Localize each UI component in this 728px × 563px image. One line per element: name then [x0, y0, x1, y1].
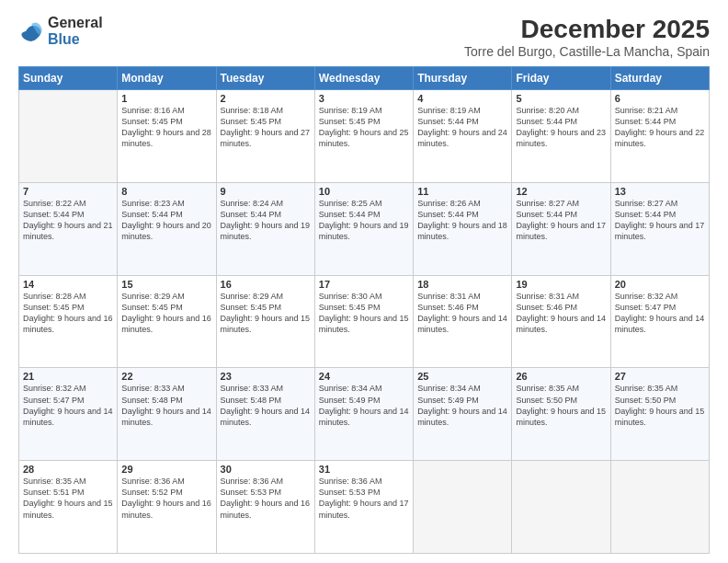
logo-general: General	[48, 15, 103, 31]
calendar-cell: 28Sunrise: 8:35 AMSunset: 5:51 PMDayligh…	[19, 461, 118, 554]
calendar-week-row: 28Sunrise: 8:35 AMSunset: 5:51 PMDayligh…	[19, 461, 710, 554]
calendar-cell: 4Sunrise: 8:19 AMSunset: 5:44 PMDaylight…	[414, 90, 512, 183]
calendar-week-row: 21Sunrise: 8:32 AMSunset: 5:47 PMDayligh…	[19, 368, 710, 461]
day-info: Sunrise: 8:30 AMSunset: 5:45 PMDaylight:…	[319, 291, 409, 336]
calendar-cell: 25Sunrise: 8:34 AMSunset: 5:49 PMDayligh…	[414, 368, 512, 461]
page-title: December 2025	[464, 15, 710, 44]
day-number: 3	[319, 93, 409, 104]
logo-blue: Blue	[48, 31, 103, 48]
day-number: 25	[417, 371, 507, 382]
logo-icon	[18, 18, 44, 44]
calendar-cell: 6Sunrise: 8:21 AMSunset: 5:44 PMDaylight…	[610, 90, 709, 183]
day-number: 24	[319, 371, 409, 382]
day-number: 30	[221, 464, 311, 475]
day-info: Sunrise: 8:22 AMSunset: 5:44 PMDaylight:…	[23, 198, 113, 243]
calendar-day-header: Saturday	[610, 67, 709, 90]
day-number: 26	[516, 371, 606, 382]
calendar-cell: 14Sunrise: 8:28 AMSunset: 5:45 PMDayligh…	[19, 275, 118, 368]
calendar-cell: 20Sunrise: 8:32 AMSunset: 5:47 PMDayligh…	[610, 275, 709, 368]
calendar-cell: 15Sunrise: 8:29 AMSunset: 5:45 PMDayligh…	[118, 275, 216, 368]
day-info: Sunrise: 8:29 AMSunset: 5:45 PMDaylight:…	[221, 291, 311, 336]
day-number: 19	[516, 279, 606, 290]
calendar-cell: 27Sunrise: 8:35 AMSunset: 5:50 PMDayligh…	[610, 368, 709, 461]
day-info: Sunrise: 8:36 AMSunset: 5:52 PMDaylight:…	[121, 476, 211, 521]
calendar-cell: 31Sunrise: 8:36 AMSunset: 5:53 PMDayligh…	[314, 461, 413, 554]
day-info: Sunrise: 8:18 AMSunset: 5:45 PMDaylight:…	[221, 105, 311, 150]
calendar-cell: 26Sunrise: 8:35 AMSunset: 5:50 PMDayligh…	[512, 368, 610, 461]
day-info: Sunrise: 8:19 AMSunset: 5:45 PMDaylight:…	[319, 105, 409, 150]
day-number: 31	[319, 464, 409, 475]
calendar-cell: 24Sunrise: 8:34 AMSunset: 5:49 PMDayligh…	[314, 368, 413, 461]
calendar-cell	[610, 461, 709, 554]
day-number: 12	[516, 186, 606, 197]
day-number: 16	[221, 279, 311, 290]
day-number: 2	[221, 93, 311, 104]
page-subtitle: Torre del Burgo, Castille-La Mancha, Spa…	[464, 44, 710, 59]
calendar-day-header: Thursday	[414, 67, 512, 90]
day-info: Sunrise: 8:28 AMSunset: 5:45 PMDaylight:…	[23, 291, 113, 336]
calendar-cell: 16Sunrise: 8:29 AMSunset: 5:45 PMDayligh…	[216, 275, 314, 368]
day-number: 1	[121, 93, 211, 104]
day-number: 14	[23, 279, 113, 290]
calendar-day-header: Wednesday	[314, 67, 413, 90]
calendar-day-header: Friday	[512, 67, 610, 90]
calendar-cell: 13Sunrise: 8:27 AMSunset: 5:44 PMDayligh…	[610, 182, 709, 275]
day-number: 20	[615, 279, 705, 290]
calendar-cell	[414, 461, 512, 554]
day-info: Sunrise: 8:36 AMSunset: 5:53 PMDaylight:…	[221, 476, 311, 521]
calendar-cell: 5Sunrise: 8:20 AMSunset: 5:44 PMDaylight…	[512, 90, 610, 183]
day-number: 5	[516, 93, 606, 104]
calendar-week-row: 14Sunrise: 8:28 AMSunset: 5:45 PMDayligh…	[19, 275, 710, 368]
day-number: 6	[615, 93, 705, 104]
calendar-cell	[19, 90, 118, 183]
day-number: 15	[121, 279, 211, 290]
day-info: Sunrise: 8:32 AMSunset: 5:47 PMDaylight:…	[23, 383, 113, 428]
day-info: Sunrise: 8:24 AMSunset: 5:44 PMDaylight:…	[221, 198, 311, 243]
day-info: Sunrise: 8:25 AMSunset: 5:44 PMDaylight:…	[319, 198, 409, 243]
day-info: Sunrise: 8:20 AMSunset: 5:44 PMDaylight:…	[516, 105, 606, 150]
day-number: 13	[615, 186, 705, 197]
day-number: 10	[319, 186, 409, 197]
calendar-cell: 22Sunrise: 8:33 AMSunset: 5:48 PMDayligh…	[118, 368, 216, 461]
calendar-cell: 29Sunrise: 8:36 AMSunset: 5:52 PMDayligh…	[118, 461, 216, 554]
day-info: Sunrise: 8:23 AMSunset: 5:44 PMDaylight:…	[121, 198, 211, 243]
calendar-day-header: Monday	[118, 67, 216, 90]
day-number: 9	[221, 186, 311, 197]
day-info: Sunrise: 8:16 AMSunset: 5:45 PMDaylight:…	[121, 105, 211, 150]
day-info: Sunrise: 8:27 AMSunset: 5:44 PMDaylight:…	[615, 198, 705, 243]
day-info: Sunrise: 8:33 AMSunset: 5:48 PMDaylight:…	[121, 383, 211, 428]
logo: General Blue	[18, 15, 103, 47]
calendar-cell: 17Sunrise: 8:30 AMSunset: 5:45 PMDayligh…	[314, 275, 413, 368]
day-info: Sunrise: 8:19 AMSunset: 5:44 PMDaylight:…	[417, 105, 507, 150]
header: General Blue December 2025 Torre del Bur…	[18, 15, 710, 59]
calendar-header-row: SundayMondayTuesdayWednesdayThursdayFrid…	[19, 67, 710, 90]
calendar-cell: 30Sunrise: 8:36 AMSunset: 5:53 PMDayligh…	[216, 461, 314, 554]
calendar-cell: 7Sunrise: 8:22 AMSunset: 5:44 PMDaylight…	[19, 182, 118, 275]
day-number: 18	[417, 279, 507, 290]
day-info: Sunrise: 8:35 AMSunset: 5:51 PMDaylight:…	[23, 476, 113, 521]
day-number: 22	[121, 371, 211, 382]
day-info: Sunrise: 8:35 AMSunset: 5:50 PMDaylight:…	[615, 383, 705, 428]
calendar-week-row: 7Sunrise: 8:22 AMSunset: 5:44 PMDaylight…	[19, 182, 710, 275]
day-number: 28	[23, 464, 113, 475]
day-number: 21	[23, 371, 113, 382]
calendar-table: SundayMondayTuesdayWednesdayThursdayFrid…	[18, 66, 710, 554]
calendar-cell: 9Sunrise: 8:24 AMSunset: 5:44 PMDaylight…	[216, 182, 314, 275]
day-info: Sunrise: 8:33 AMSunset: 5:48 PMDaylight:…	[221, 383, 311, 428]
day-number: 23	[221, 371, 311, 382]
day-number: 11	[417, 186, 507, 197]
day-info: Sunrise: 8:27 AMSunset: 5:44 PMDaylight:…	[516, 198, 606, 243]
calendar-cell: 8Sunrise: 8:23 AMSunset: 5:44 PMDaylight…	[118, 182, 216, 275]
day-number: 17	[319, 279, 409, 290]
calendar-day-header: Sunday	[19, 67, 118, 90]
day-number: 4	[417, 93, 507, 104]
page: General Blue December 2025 Torre del Bur…	[0, 0, 728, 563]
calendar-cell: 19Sunrise: 8:31 AMSunset: 5:46 PMDayligh…	[512, 275, 610, 368]
day-info: Sunrise: 8:21 AMSunset: 5:44 PMDaylight:…	[615, 105, 705, 150]
calendar-cell: 18Sunrise: 8:31 AMSunset: 5:46 PMDayligh…	[414, 275, 512, 368]
calendar-cell: 2Sunrise: 8:18 AMSunset: 5:45 PMDaylight…	[216, 90, 314, 183]
day-info: Sunrise: 8:35 AMSunset: 5:50 PMDaylight:…	[516, 383, 606, 428]
day-info: Sunrise: 8:36 AMSunset: 5:53 PMDaylight:…	[319, 476, 409, 521]
calendar-cell: 3Sunrise: 8:19 AMSunset: 5:45 PMDaylight…	[314, 90, 413, 183]
day-info: Sunrise: 8:31 AMSunset: 5:46 PMDaylight:…	[417, 291, 507, 336]
